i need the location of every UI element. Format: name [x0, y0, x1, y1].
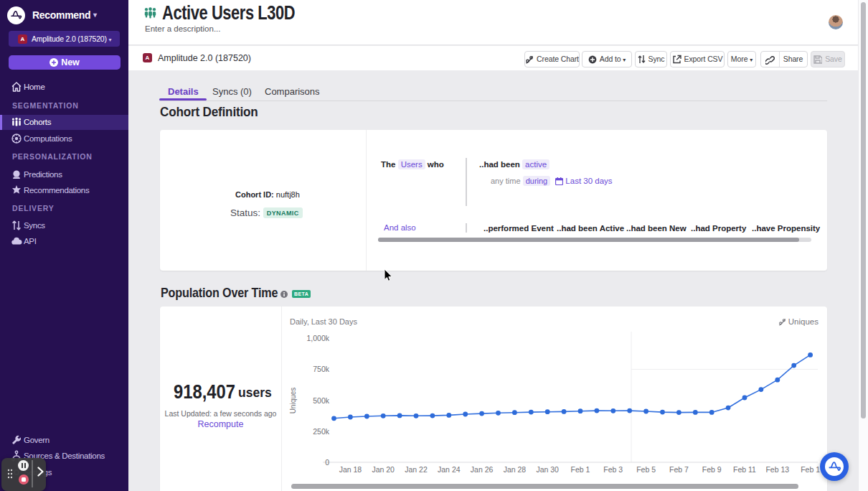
svg-text:Jan 28: Jan 28: [504, 465, 527, 474]
svg-text:Jan 18: Jan 18: [339, 465, 362, 474]
svg-text:750k: 750k: [313, 365, 330, 373]
svg-text:Feb 1: Feb 1: [801, 465, 820, 474]
svg-text:Feb 13: Feb 13: [765, 465, 789, 474]
svg-text:0: 0: [325, 458, 329, 467]
svg-text:250k: 250k: [313, 427, 330, 436]
svg-text:Jan 30: Jan 30: [536, 465, 559, 474]
svg-text:1,000k: 1,000k: [306, 334, 329, 342]
svg-text:Jan 24: Jan 24: [438, 465, 461, 474]
svg-text:Jan 20: Jan 20: [372, 465, 395, 474]
svg-text:Jan 22: Jan 22: [405, 465, 428, 474]
svg-text:500k: 500k: [313, 396, 330, 405]
svg-text:Feb 5: Feb 5: [636, 465, 656, 474]
svg-text:Feb 1: Feb 1: [571, 465, 590, 474]
svg-text:Feb 3: Feb 3: [603, 465, 623, 474]
svg-text:Jan 26: Jan 26: [471, 465, 494, 474]
svg-text:Uniques: Uniques: [289, 388, 297, 414]
svg-text:Feb 9: Feb 9: [702, 465, 722, 474]
svg-text:Feb 11: Feb 11: [733, 465, 756, 474]
svg-text:Feb 7: Feb 7: [669, 465, 689, 474]
